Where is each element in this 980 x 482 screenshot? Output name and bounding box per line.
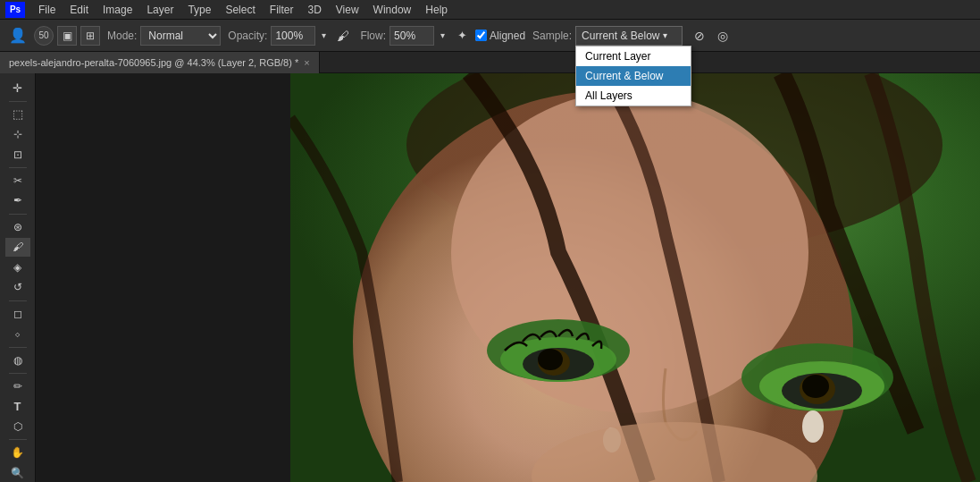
mode-label: Mode: bbox=[107, 30, 137, 42]
hand-tool-btn[interactable]: ✋ bbox=[5, 444, 30, 462]
menu-file[interactable]: File bbox=[32, 2, 62, 18]
brush-tool-btn[interactable]: 🖌 bbox=[5, 238, 30, 257]
crop-tool-btn[interactable]: ✂ bbox=[5, 172, 30, 190]
history-brush-btn[interactable]: ↺ bbox=[5, 278, 30, 297]
tool-options-bar: 👤 50 ▣ ⊞ Mode: Normal Opacity: ▾ 🖌 Flow:… bbox=[0, 20, 980, 52]
sample-dropdown-arrow: ▾ bbox=[663, 30, 667, 40]
sample-select-value: Current & Below bbox=[582, 30, 659, 42]
menu-3d[interactable]: 3D bbox=[301, 2, 327, 18]
menu-type[interactable]: Type bbox=[181, 2, 217, 18]
menu-window[interactable]: Window bbox=[367, 2, 418, 18]
sample-option-current-layer[interactable]: Current Layer bbox=[576, 47, 691, 66]
flow-input[interactable] bbox=[389, 26, 434, 46]
flow-label: Flow: bbox=[360, 30, 386, 42]
photo-svg bbox=[290, 73, 980, 482]
eraser-tool-btn[interactable]: ◻ bbox=[5, 304, 30, 323]
menu-select[interactable]: Select bbox=[219, 2, 261, 18]
svg-point-14 bbox=[802, 410, 824, 443]
eyedropper-tool-btn[interactable]: ✒ bbox=[5, 191, 30, 210]
menu-image[interactable]: Image bbox=[96, 2, 138, 18]
ignore-adj-layers-toggle[interactable]: ⊘ bbox=[690, 26, 709, 46]
toolbar-divider-7 bbox=[9, 439, 27, 440]
toolbar-divider-1 bbox=[9, 101, 27, 102]
pen-tool-btn[interactable]: ✏ bbox=[5, 377, 30, 396]
menu-filter[interactable]: Filter bbox=[264, 2, 300, 18]
sample-option-current-below[interactable]: Current & Below bbox=[576, 66, 691, 86]
brush-size-value: 50 bbox=[38, 30, 48, 40]
sample-label: Sample: bbox=[532, 30, 572, 42]
type-tool-btn[interactable]: T bbox=[5, 397, 30, 416]
menu-help[interactable]: Help bbox=[419, 2, 454, 18]
toolbar-divider-4 bbox=[9, 300, 27, 301]
tab-filename: pexels-alejandro-peralta-7060965.jpg @ 4… bbox=[9, 57, 298, 68]
left-toolbar: ✛ ⬚ ⊹ ⊡ ✂ ✒ ⊛ 🖌 ◈ ↺ ◻ ⬦ ◍ ✏ T ⬡ ✋ 🔍 bbox=[0, 73, 36, 482]
brush-size-indicator[interactable]: 50 bbox=[34, 26, 54, 46]
menu-bar: Ps File Edit Image Layer Type Select Fil… bbox=[0, 0, 980, 20]
canvas-image bbox=[290, 73, 980, 482]
aligned-label: Aligned bbox=[490, 30, 525, 42]
aligned-checkbox[interactable] bbox=[475, 30, 487, 41]
aligned-option: Aligned bbox=[475, 30, 525, 42]
dark-left-panel bbox=[36, 73, 290, 482]
tab-close-button[interactable]: × bbox=[304, 57, 309, 68]
toolbar-divider-6 bbox=[9, 373, 27, 374]
sample-dropdown-container: Current & Below ▾ Current Layer Current … bbox=[575, 26, 683, 46]
menu-view[interactable]: View bbox=[330, 2, 365, 18]
opacity-input[interactable] bbox=[271, 26, 315, 46]
airbrush-toggle[interactable]: ✦ bbox=[452, 26, 472, 46]
tab-bar: pexels-alejandro-peralta-7060965.jpg @ 4… bbox=[0, 52, 980, 73]
brush-options-icon[interactable]: 🖌 bbox=[333, 26, 353, 46]
toggle-btn-1[interactable]: ▣ bbox=[57, 26, 77, 46]
menu-layer[interactable]: Layer bbox=[140, 2, 180, 18]
mode-select[interactable]: Normal bbox=[140, 26, 221, 46]
svg-point-8 bbox=[538, 349, 563, 370]
opacity-label: Opacity: bbox=[228, 30, 267, 42]
sample-dropdown-menu: Current Layer Current & Below All Layers bbox=[575, 46, 691, 106]
gradient-tool-btn[interactable]: ⬦ bbox=[5, 325, 30, 343]
ps-logo: Ps bbox=[5, 2, 25, 18]
move-tool-btn[interactable]: ✛ bbox=[5, 79, 30, 97]
toolbar-divider-2 bbox=[9, 167, 27, 168]
shape-tool-btn[interactable]: ⬡ bbox=[5, 418, 30, 436]
marquee-tool-btn[interactable]: ⬚ bbox=[5, 105, 30, 123]
flow-dropdown-arrow[interactable]: ▾ bbox=[436, 26, 448, 46]
clone-source-toggle[interactable]: ◎ bbox=[713, 26, 733, 46]
file-tab[interactable]: pexels-alejandro-peralta-7060965.jpg @ 4… bbox=[0, 52, 320, 73]
dodge-burn-btn[interactable]: ◍ bbox=[5, 351, 30, 369]
heal-tool-btn[interactable]: ⊛ bbox=[5, 217, 30, 236]
zoom-tool-btn[interactable]: 🔍 bbox=[5, 463, 30, 482]
toggle-btn-2[interactable]: ⊞ bbox=[80, 26, 100, 46]
clone-stamp-btn[interactable]: ◈ bbox=[5, 258, 30, 277]
main-area: ✛ ⬚ ⊹ ⊡ ✂ ✒ ⊛ 🖌 ◈ ↺ ◻ ⬦ ◍ ✏ T ⬡ ✋ 🔍 bbox=[0, 73, 980, 482]
tool-preset-picker[interactable]: 👤 bbox=[5, 23, 30, 48]
sample-option-all-layers[interactable]: All Layers bbox=[576, 86, 691, 106]
toolbar-divider-3 bbox=[9, 214, 27, 215]
opacity-dropdown-arrow[interactable]: ▾ bbox=[317, 26, 330, 46]
menu-edit[interactable]: Edit bbox=[63, 2, 95, 18]
lasso-tool-btn[interactable]: ⊹ bbox=[5, 125, 30, 144]
quick-select-btn[interactable]: ⊡ bbox=[5, 145, 30, 164]
canvas-area[interactable] bbox=[36, 73, 980, 482]
svg-point-13 bbox=[802, 375, 829, 398]
sample-select-button[interactable]: Current & Below ▾ bbox=[575, 26, 683, 46]
toolbar-divider-5 bbox=[9, 347, 27, 348]
